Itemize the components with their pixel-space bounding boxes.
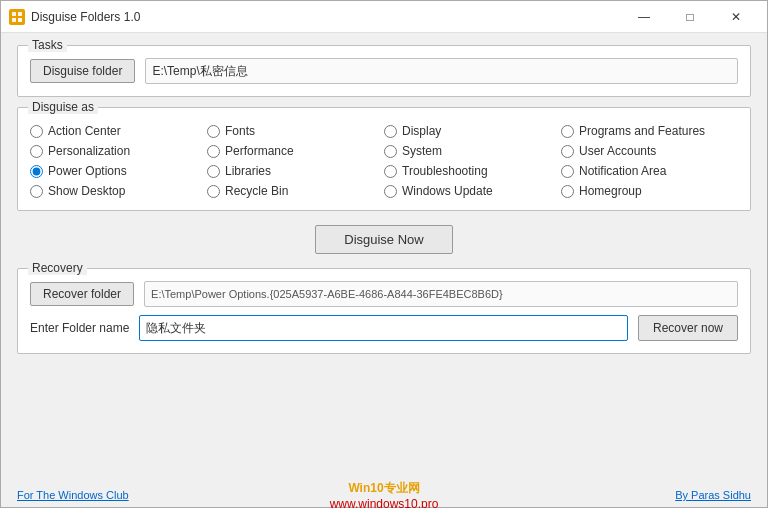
- recover-folder-button[interactable]: Recover folder: [30, 282, 134, 306]
- minimize-button[interactable]: —: [621, 1, 667, 33]
- svg-rect-3: [18, 18, 22, 22]
- disguise-as-group: Disguise as Action CenterFontsDisplayPro…: [17, 107, 751, 211]
- footer: For The Windows Club Win10专业网 www.window…: [1, 483, 767, 507]
- radio-item-notification-area[interactable]: Notification Area: [561, 164, 738, 178]
- radio-label-3: Programs and Features: [579, 124, 705, 138]
- watermark: Win10专业网 www.windows10.pro: [330, 480, 439, 509]
- disguise-now-button[interactable]: Disguise Now: [315, 225, 452, 254]
- disguise-as-label: Disguise as: [28, 100, 98, 114]
- folder-name-input[interactable]: [139, 315, 628, 341]
- radio-item-system[interactable]: System: [384, 144, 561, 158]
- radio-label-13: Recycle Bin: [225, 184, 288, 198]
- radio-label-7: User Accounts: [579, 144, 656, 158]
- svg-rect-0: [12, 12, 16, 16]
- tasks-group: Tasks Disguise folder: [17, 45, 751, 97]
- radio-item-homegroup[interactable]: Homegroup: [561, 184, 738, 198]
- folder-name-label: Enter Folder name: [30, 321, 129, 335]
- title-buttons: — □ ✕: [621, 1, 759, 33]
- watermark-line1: Win10专业网: [330, 480, 439, 497]
- radio-item-recycle-bin[interactable]: Recycle Bin: [207, 184, 384, 198]
- recovery-group-label: Recovery: [28, 261, 87, 275]
- maximize-button[interactable]: □: [667, 1, 713, 33]
- tasks-row: Disguise folder: [30, 58, 738, 84]
- radio-label-14: Windows Update: [402, 184, 493, 198]
- radio-label-4: Personalization: [48, 144, 130, 158]
- recovery-group: Recovery Recover folder Enter Folder nam…: [17, 268, 751, 354]
- disguise-grid: Action CenterFontsDisplayPrograms and Fe…: [30, 124, 738, 198]
- recovery-path-input[interactable]: [144, 281, 738, 307]
- svg-rect-1: [18, 12, 22, 16]
- radio-label-12: Show Desktop: [48, 184, 125, 198]
- radio-label-2: Display: [402, 124, 441, 138]
- radio-label-10: Troubleshooting: [402, 164, 488, 178]
- main-content: Tasks Disguise folder Disguise as Action…: [1, 33, 767, 483]
- title-text: Disguise Folders 1.0: [31, 10, 621, 24]
- main-window: Disguise Folders 1.0 — □ ✕ Tasks Disguis…: [0, 0, 768, 508]
- radio-label-9: Libraries: [225, 164, 271, 178]
- radio-item-display[interactable]: Display: [384, 124, 561, 138]
- radio-label-1: Fonts: [225, 124, 255, 138]
- radio-item-personalization[interactable]: Personalization: [30, 144, 207, 158]
- radio-item-performance[interactable]: Performance: [207, 144, 384, 158]
- radio-label-0: Action Center: [48, 124, 121, 138]
- radio-item-programs-and-features[interactable]: Programs and Features: [561, 124, 738, 138]
- radio-label-11: Notification Area: [579, 164, 666, 178]
- title-bar: Disguise Folders 1.0 — □ ✕: [1, 1, 767, 33]
- radio-item-user-accounts[interactable]: User Accounts: [561, 144, 738, 158]
- svg-rect-2: [12, 18, 16, 22]
- radio-item-show-desktop[interactable]: Show Desktop: [30, 184, 207, 198]
- close-button[interactable]: ✕: [713, 1, 759, 33]
- disguise-folder-button[interactable]: Disguise folder: [30, 59, 135, 83]
- tasks-group-label: Tasks: [28, 38, 67, 52]
- radio-item-fonts[interactable]: Fonts: [207, 124, 384, 138]
- footer-right-link[interactable]: By Paras Sidhu: [675, 489, 751, 501]
- disguise-now-row: Disguise Now: [17, 221, 751, 258]
- radio-item-windows-update[interactable]: Windows Update: [384, 184, 561, 198]
- footer-left-link[interactable]: For The Windows Club: [17, 489, 129, 501]
- recover-now-button[interactable]: Recover now: [638, 315, 738, 341]
- recovery-row2: Enter Folder name Recover now: [30, 315, 738, 341]
- radio-item-action-center[interactable]: Action Center: [30, 124, 207, 138]
- radio-label-8: Power Options: [48, 164, 127, 178]
- watermark-line2: www.windows10.pro: [330, 497, 439, 509]
- app-icon: [9, 9, 25, 25]
- radio-label-5: Performance: [225, 144, 294, 158]
- folder-path-input[interactable]: [145, 58, 738, 84]
- radio-item-troubleshooting[interactable]: Troubleshooting: [384, 164, 561, 178]
- radio-item-power-options[interactable]: Power Options: [30, 164, 207, 178]
- recovery-row1: Recover folder: [30, 281, 738, 307]
- radio-item-libraries[interactable]: Libraries: [207, 164, 384, 178]
- radio-label-6: System: [402, 144, 442, 158]
- radio-label-15: Homegroup: [579, 184, 642, 198]
